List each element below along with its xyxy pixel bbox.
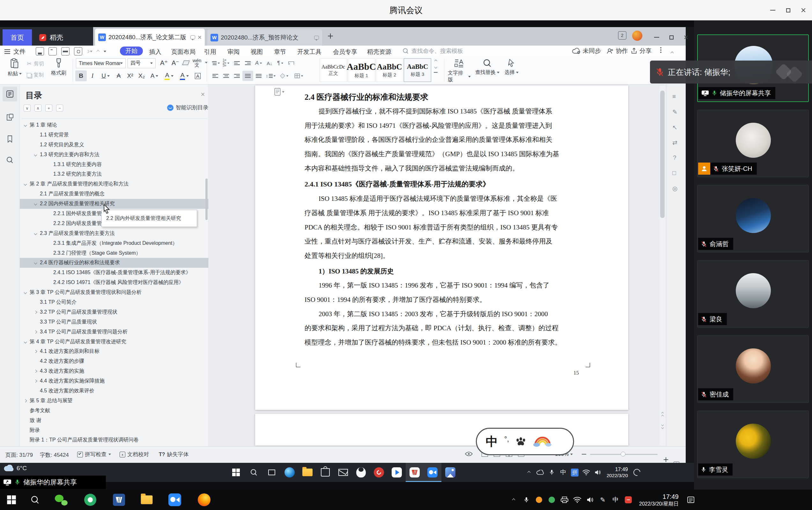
tray-app-green-icon[interactable] bbox=[545, 489, 558, 510]
toc-item[interactable]: 4.4 改进方案的实施保障措施 bbox=[20, 376, 209, 386]
paste-button[interactable]: 粘贴 bbox=[6, 58, 23, 77]
clip-panel-icon[interactable] bbox=[3, 111, 17, 124]
cut-button[interactable]: ✂剪切 bbox=[27, 60, 44, 67]
menu-tab-page-layout[interactable]: 页面布局 bbox=[171, 48, 196, 56]
find-replace-button[interactable]: 查找替换 bbox=[474, 59, 500, 76]
side-tool-target-icon[interactable]: ◎ bbox=[672, 185, 678, 192]
zoom-in-icon[interactable] bbox=[664, 457, 668, 462]
clear-format-icon[interactable] bbox=[182, 61, 190, 65]
menu-tab-start[interactable]: 开始 bbox=[120, 47, 143, 56]
firefox-icon[interactable] bbox=[198, 493, 210, 506]
qq-icon[interactable] bbox=[352, 463, 370, 482]
start-button[interactable] bbox=[227, 463, 245, 482]
toc-item-highlighted[interactable]: 2.2 国内外研发质量管理相关研究 bbox=[20, 199, 209, 209]
smart-toc-button[interactable]: 智能识别目录 bbox=[167, 104, 208, 111]
tray-expand-icon[interactable] bbox=[523, 463, 534, 482]
style-heading1[interactable]: AaBbC 标题 1 bbox=[348, 58, 375, 82]
menu-tab-member[interactable]: 会员专享 bbox=[333, 48, 357, 56]
tray-mic-icon[interactable] bbox=[546, 463, 557, 482]
distribute-icon[interactable] bbox=[253, 71, 264, 81]
shared-taskbar-clock[interactable]: 17:49 2022/3/20 bbox=[607, 466, 628, 479]
bullet-list-icon[interactable] bbox=[210, 58, 221, 68]
superscript-button[interactable]: X² bbox=[124, 70, 136, 81]
menu-tab-section[interactable]: 章节 bbox=[274, 48, 286, 56]
zoom-out-icon[interactable] bbox=[582, 454, 586, 454]
ime-mode-chinese[interactable]: 中 bbox=[486, 433, 498, 450]
search-panel-icon[interactable] bbox=[3, 154, 17, 167]
toc-item[interactable]: 第 4 章 TP 公司产品研发质量管理改进研究 bbox=[20, 337, 209, 347]
align-center-icon[interactable] bbox=[221, 71, 232, 81]
toc-item[interactable]: 1.3.1 研究的主要内容 bbox=[20, 160, 209, 170]
status-page-indicator[interactable]: 页面: 31/79 bbox=[5, 451, 33, 459]
increase-indent-icon[interactable] bbox=[242, 58, 253, 68]
photos-icon[interactable] bbox=[441, 463, 459, 482]
toc-expand-all-button[interactable]: ∨ bbox=[24, 104, 31, 112]
toc-item[interactable]: 3.4 TP 公司产品研发质量管理问题分析 bbox=[20, 327, 209, 337]
character-border-button[interactable]: A bbox=[192, 70, 203, 81]
tray-wifi-icon[interactable] bbox=[580, 463, 592, 482]
toc-item[interactable]: 1.3.2 研究的主要方法 bbox=[20, 169, 209, 179]
toc-item[interactable]: 2.3 产品研发质量管理的主要方法 bbox=[20, 229, 209, 238]
host-taskbar-clock[interactable]: 17:49 2022/3/20/星期日 bbox=[639, 493, 679, 507]
borders-icon[interactable] bbox=[291, 71, 306, 81]
side-tool-frame-icon[interactable]: □ bbox=[672, 170, 676, 177]
tabs-ruler-icon[interactable] bbox=[286, 58, 297, 68]
toc-item[interactable]: 3.2 TP 公司产品研发质量管理现状 bbox=[20, 307, 209, 317]
toc-item[interactable]: 参考文献 bbox=[20, 406, 209, 416]
toc-item[interactable]: 1.2 研究目的及意义 bbox=[20, 140, 209, 150]
tray-lang-indicator[interactable]: 中 bbox=[557, 463, 569, 482]
line-spacing-icon[interactable]: ↕ bbox=[264, 71, 278, 81]
tray-lang-indicator[interactable]: 中 bbox=[609, 489, 622, 510]
tray-app-orange-icon[interactable] bbox=[532, 489, 545, 510]
avatar[interactable] bbox=[632, 31, 642, 41]
tray-mic-icon[interactable] bbox=[520, 489, 532, 510]
subscript-button[interactable]: X₂ bbox=[136, 70, 147, 81]
numbered-list-icon[interactable]: 1≡2≡3≡ bbox=[221, 58, 232, 68]
font-name-select[interactable]: Times New Roman bbox=[76, 58, 126, 68]
decrease-indent-icon[interactable] bbox=[232, 58, 242, 68]
ime-punctuation-icon[interactable]: °, bbox=[504, 435, 509, 443]
increase-font-icon[interactable]: A⁺ bbox=[160, 59, 168, 67]
tab-home[interactable]: 首页 bbox=[3, 29, 32, 46]
minimize-button[interactable] bbox=[765, 3, 780, 17]
tray-app-red-icon[interactable] bbox=[622, 489, 635, 510]
print-preview-icon[interactable] bbox=[74, 47, 82, 56]
toc-item[interactable]: 3.1 TP 公司简介 bbox=[20, 297, 209, 307]
document-scrollbar-thumb[interactable] bbox=[660, 91, 665, 218]
bookmark-panel-icon[interactable] bbox=[3, 132, 17, 145]
toc-item[interactable]: 2.4.1 ISO 13485《医疗器械-质量管理体系-用于法规的要求》 bbox=[20, 268, 209, 278]
tray-cloud-icon[interactable] bbox=[534, 463, 546, 482]
tab-docer[interactable]: 稻壳 bbox=[34, 29, 89, 46]
side-tool-swap-icon[interactable]: ⇄ bbox=[672, 139, 677, 146]
tencent-meeting-icon[interactable] bbox=[168, 493, 181, 506]
undo-button[interactable] bbox=[87, 50, 92, 53]
align-left-icon[interactable] bbox=[210, 71, 221, 81]
participant-tile[interactable]: 俞涵哲 bbox=[697, 185, 809, 252]
text-effects-button[interactable]: A bbox=[147, 70, 162, 81]
decrease-font-icon[interactable]: A⁻ bbox=[172, 59, 179, 67]
search-icon[interactable] bbox=[32, 497, 38, 503]
text-effects-wordart-icon[interactable]: A bbox=[253, 58, 264, 68]
tencent-video-icon[interactable] bbox=[388, 463, 406, 482]
close-button[interactable] bbox=[796, 3, 811, 17]
doc-tab-inactive[interactable]: W 20202480...济系_预答辩论文 bbox=[207, 29, 322, 46]
align-justify-icon[interactable] bbox=[242, 71, 253, 81]
toc-item[interactable]: 4.2 改进方案的步骤 bbox=[20, 356, 209, 366]
toc-scrollbar[interactable] bbox=[205, 179, 208, 220]
spell-check-button[interactable]: 拼写检查 bbox=[77, 451, 111, 458]
tray-pen-icon[interactable]: ✎ bbox=[597, 489, 609, 510]
file-explorer-icon[interactable] bbox=[298, 463, 316, 482]
copy-button[interactable]: 复制 bbox=[27, 72, 44, 79]
participant-tile[interactable]: 梁良 bbox=[697, 260, 809, 328]
more-menu-icon[interactable] bbox=[660, 47, 662, 49]
highlight-color-button[interactable]: A bbox=[162, 70, 177, 81]
toc-item[interactable]: 附录 bbox=[20, 425, 209, 436]
participant-tile[interactable]: 密佳成 bbox=[697, 335, 809, 403]
align-right-icon[interactable] bbox=[232, 71, 242, 81]
toc-item[interactable]: 2.1 产品研发质量管理的概念 bbox=[20, 189, 209, 199]
quick-access-more-icon[interactable] bbox=[104, 51, 106, 52]
toc-item[interactable]: 4.1 改进方案的原则和目标 bbox=[20, 347, 209, 356]
save-icon[interactable] bbox=[36, 47, 44, 56]
tray-wifi-icon[interactable] bbox=[571, 489, 584, 510]
ime-toolbar[interactable]: 中 °, bbox=[476, 428, 574, 455]
